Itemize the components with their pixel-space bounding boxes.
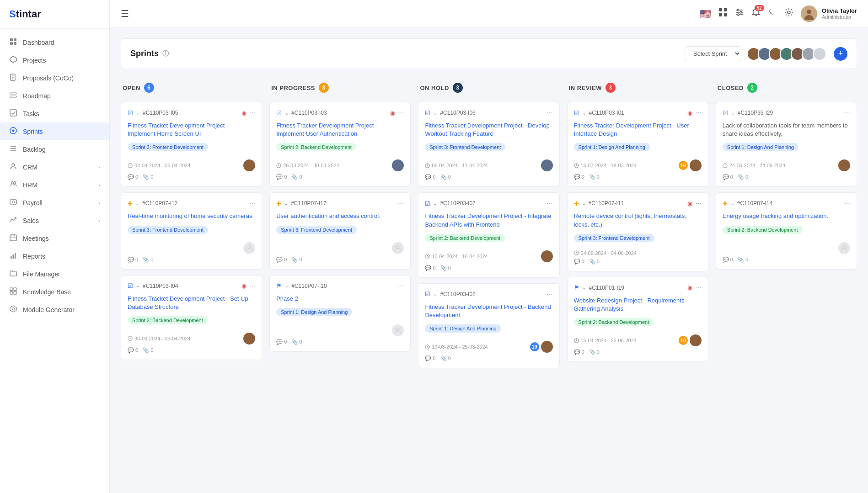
more-icon[interactable]: ··· xyxy=(249,282,255,290)
card-footer: 💬 0 📎 0 xyxy=(128,257,255,263)
card-c110p03-i07[interactable]: ☑ ⌄ #C110P03-I07 ··· Fitness Tracker Dev… xyxy=(418,192,559,277)
card-avatar xyxy=(541,250,553,262)
svg-rect-10 xyxy=(10,96,16,97)
svg-point-49 xyxy=(396,245,399,248)
sidebar-item-label: Sprints xyxy=(23,128,43,135)
svg-rect-1 xyxy=(14,38,16,41)
settings-icon[interactable] xyxy=(784,8,793,19)
sidebar-item-roadmap[interactable]: Roadmap xyxy=(0,87,109,105)
card-c110p03-i02[interactable]: ☑ ⌄ #C110P03-I02 ··· Fitness Tracker Dev… xyxy=(418,283,559,368)
menu-toggle[interactable]: ☰ xyxy=(121,8,129,19)
more-icon[interactable]: ··· xyxy=(547,290,552,298)
logo: Stintar xyxy=(0,0,109,29)
card-meta: 19-03-2024 - 25-03-2024 10 xyxy=(425,341,552,353)
more-icon[interactable]: ··· xyxy=(695,109,701,117)
more-icon[interactable]: ··· xyxy=(398,109,404,117)
file-manager-icon xyxy=(9,270,17,278)
card-title: Fitness Tracker Development Project - In… xyxy=(425,212,552,228)
card-footer: 💬 0 📎 0 xyxy=(128,174,255,180)
attachment-count: 📎 0 xyxy=(440,355,451,361)
card-c110p03-i03[interactable]: ☑ ⌄ #C110P03-I03 ◉ ··· Fitness Tracker D… xyxy=(269,102,411,187)
sprint-tag: Sprint 3: Frontend Development xyxy=(128,226,208,234)
card-avatar xyxy=(838,159,850,171)
svg-rect-3 xyxy=(14,42,16,45)
more-icon[interactable]: ··· xyxy=(695,284,701,292)
card-c110p03-i01[interactable]: ☑ ⌄ #C110P03-I01 ◉ ··· Fitness Tracker D… xyxy=(567,102,708,187)
card-id: #C110P03-I02 xyxy=(440,291,475,297)
dark-mode-icon[interactable] xyxy=(768,8,777,19)
column-in-review: IN REVIEW 3 ☑ ⌄ #C110P03-I01 ◉ ··· Fitne… xyxy=(567,78,708,367)
sidebar-item-backlog[interactable]: Backlog xyxy=(0,140,109,158)
attachment-count: 📎 0 xyxy=(738,174,748,180)
card-c110p03-i05[interactable]: ☑ ⌄ #C110P03-I05 ◉ ··· Fitness Tracket D… xyxy=(121,102,262,187)
notification-icon[interactable]: 52 xyxy=(751,8,761,19)
more-icon[interactable]: ··· xyxy=(547,199,552,207)
apps-icon[interactable] xyxy=(718,8,728,19)
card-meta: 10-04-2024 - 16-04-2024 xyxy=(425,250,552,262)
sidebar-item-proposals[interactable]: Proposals (CoCo) xyxy=(0,69,109,87)
card-id: #C110P01-I19 xyxy=(589,285,624,291)
sidebar-item-label: Meetings xyxy=(23,235,49,242)
attachment-count: 📎 0 xyxy=(143,257,153,263)
card-c110p03-i04[interactable]: ☑ ⌄ #C110P03-I04 ◉ ··· Fitness Tracket D… xyxy=(121,275,262,360)
more-icon[interactable]: ··· xyxy=(547,109,552,117)
card-title: Fitness Tracket Development Project - Im… xyxy=(128,122,255,138)
svg-point-43 xyxy=(788,11,790,14)
sprint-tag: Sprint 3: Frontend Development xyxy=(128,143,208,151)
sprint-select[interactable]: Select Sprint xyxy=(685,46,741,61)
sprint-tag: Sprint 1: Design And Planning xyxy=(574,143,650,151)
card-c110p07-i10[interactable]: ⚑ ⌄ #C110P07-I10 ··· Phase 2 Sprint 1: D… xyxy=(269,275,411,352)
sidebar-item-sales[interactable]: Sales › xyxy=(0,212,109,229)
sidebar-item-hrm[interactable]: HRM › xyxy=(0,176,109,194)
attachment-count: 📎 0 xyxy=(589,349,600,355)
sprints-icon xyxy=(9,127,17,136)
column-label: CLOSED xyxy=(718,85,744,91)
sidebar-item-payroll[interactable]: Payroll › xyxy=(0,194,109,212)
count-badge: 10 xyxy=(530,342,539,351)
attachment-count: 📎 0 xyxy=(589,259,600,265)
user-profile[interactable]: Olivia Taylor Administrator xyxy=(801,5,857,22)
card-c110p01-i19[interactable]: ⚑ ⌄ #C110P01-I19 ◉ ··· Website Redesign … xyxy=(567,277,708,362)
more-icon[interactable]: ··· xyxy=(398,199,404,207)
card-c110p07-i17[interactable]: ✚ ⌄ #C110P07-I17 ··· User authentication… xyxy=(269,192,411,269)
sidebar-item-knowledge-base[interactable]: Knowledge Base xyxy=(0,283,109,301)
sidebar-item-file-manager[interactable]: File Manager xyxy=(0,265,109,283)
card-c110p03-i06[interactable]: ☑ ⌄ #C110P03-I06 ··· Fitness Tracker Dev… xyxy=(418,102,559,187)
priority-icon: ✚ xyxy=(128,200,133,207)
sidebar-item-label: Tasks xyxy=(23,110,39,117)
card-c110p07-i14[interactable]: ✚ ⌄ #C110P07-I14 ··· Energy usage tracki… xyxy=(716,192,857,269)
card-footer: 💬 0 📎 0 xyxy=(425,265,552,271)
card-c110p07-i11[interactable]: ✚ ⌄ #C110P07-I11 ◉ ··· Remote device con… xyxy=(567,192,708,271)
add-sprint-button[interactable]: + xyxy=(834,47,847,61)
sidebar-item-module-generator[interactable]: Module Generator xyxy=(0,301,109,318)
comment-count: 💬 0 xyxy=(723,174,733,180)
more-icon[interactable]: ··· xyxy=(249,199,255,207)
sidebar-item-label: Module Generator xyxy=(23,306,75,313)
sidebar-item-reports[interactable]: Reports xyxy=(0,247,109,265)
sidebar-item-meetings[interactable]: Meetings xyxy=(0,229,109,247)
more-icon[interactable]: ··· xyxy=(844,109,850,117)
card-c110p35-i29[interactable]: ☑ ⌄ #C110P35-I29 ··· Lack of collaborati… xyxy=(716,102,857,187)
sidebar-item-sprints[interactable]: Sprints xyxy=(0,122,109,140)
sidebar-item-crm[interactable]: CRM › xyxy=(0,158,109,176)
more-icon[interactable]: ··· xyxy=(249,109,255,117)
card-avatar xyxy=(243,159,255,171)
avatar-overflow xyxy=(813,47,826,61)
sidebar-item-dashboard[interactable]: Dashboard xyxy=(0,33,109,51)
info-icon[interactable]: ⓘ xyxy=(162,50,169,58)
more-icon[interactable]: ··· xyxy=(398,282,404,290)
svg-point-50 xyxy=(396,328,399,330)
card-id: #C110P03-I01 xyxy=(589,110,624,116)
card-header: ☑ ⌄ #C110P03-I01 ◉ ··· xyxy=(574,109,702,117)
language-flag[interactable]: 🇺🇸 xyxy=(700,8,711,19)
more-icon[interactable]: ··· xyxy=(844,199,850,207)
sidebar-item-tasks[interactable]: Tasks xyxy=(0,105,109,122)
comment-count: 💬 0 xyxy=(425,174,435,180)
more-icon[interactable]: ··· xyxy=(695,199,701,207)
card-c110p07-i12[interactable]: ✚ ⌄ #C110P07-I12 ··· Real-time monitorin… xyxy=(121,192,262,269)
card-dates: 15-03-2024 - 18-03-2024 xyxy=(574,163,637,168)
user-role: Administrator xyxy=(822,14,857,20)
sidebar-item-projects[interactable]: Projects xyxy=(0,51,109,69)
card-title: Energy usage tracking and optimization. xyxy=(723,212,850,220)
adjust-icon[interactable] xyxy=(735,8,744,19)
